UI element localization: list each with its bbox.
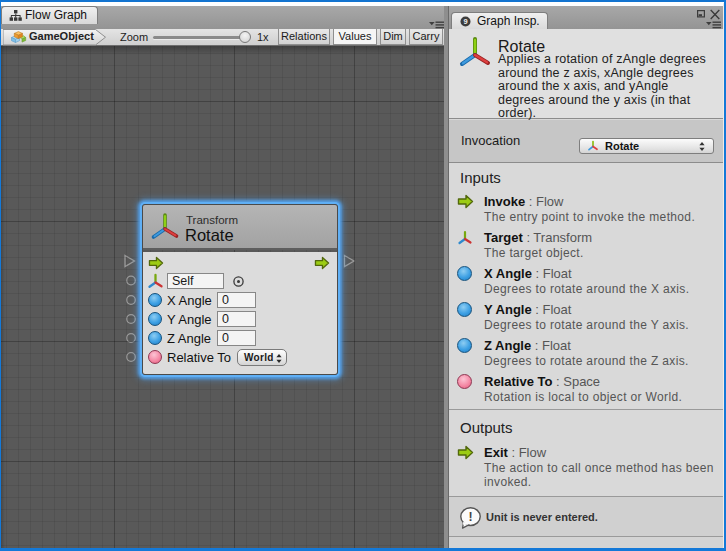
svg-text:9: 9 xyxy=(463,17,467,26)
svg-text:!: ! xyxy=(468,510,472,524)
